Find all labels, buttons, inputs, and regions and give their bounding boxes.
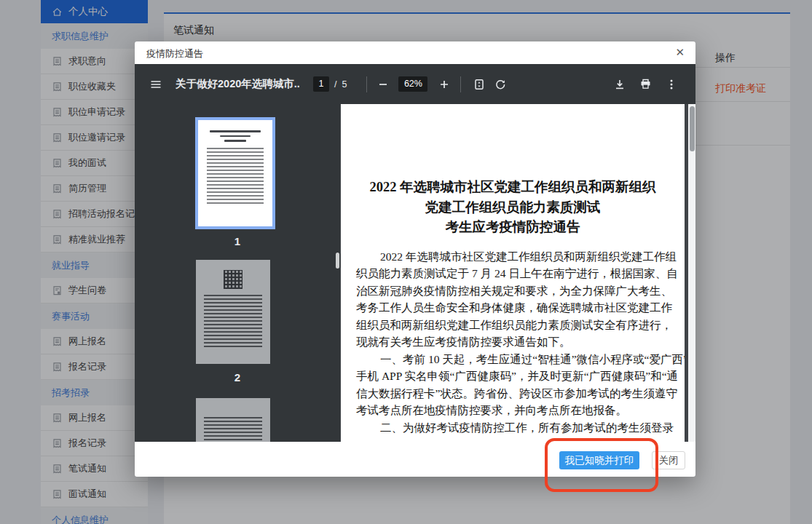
zoom-out-icon[interactable] [378,79,388,90]
more-options-icon[interactable] [666,79,677,90]
modal-header: 疫情防控通告 ✕ [135,41,695,64]
qr-code [224,270,243,289]
pdf-page-viewport: 2022 年选聘城市社区党建工作组织员和两新组织 党建工作组织员能力素质测试 考… [340,104,695,442]
page-total: 5 [342,79,347,90]
acknowledge-print-button[interactable]: 我已知晓并打印 [559,451,639,469]
document-text-line: 考务工作人员生命安全和身体健康，确保选聘城市社区党建工作 [356,299,669,317]
thumbnail-panel: 1 2 [135,104,340,442]
thumbnail-page-number: 2 [135,371,340,384]
pdf-page: 2022 年选聘城市社区党建工作组织员和两新组织 党建工作组织员能力素质测试 考… [341,104,685,442]
pdf-thumbnail-page-2[interactable] [196,260,270,364]
rotate-icon[interactable] [494,79,506,90]
document-text-line: 治区新冠肺炎疫情防控相关规定和要求，为全力保障广大考生、 [356,282,669,300]
modal-footer: 我已知晓并打印 关闭 [135,442,695,477]
pdf-scrollbar[interactable] [688,104,695,442]
pdf-thumbnail-page-1[interactable] [195,117,275,229]
document-text-line: 现就有关考生应考疫情防控要求通告如下。 [356,333,669,351]
thumbnail-scrollbar[interactable] [336,253,339,269]
document-text-line: 手机 APP 实名申领“广西健康码”，并及时更新“广西健康码”和“通 [356,368,669,385]
page-root: 个人中心 求职信息维护 [0,0,812,524]
zoom-level: 62% [398,76,427,92]
document-title: 2022 年选聘城市社区党建工作组织员和两新组织 党建工作组织员能力素质测试 考… [356,178,669,238]
menu-icon[interactable] [149,78,162,91]
page-separator: / [334,79,336,90]
pdf-thumbnail-page-3[interactable] [196,398,270,442]
document-text-line: 二、为做好考试疫情防控工作，所有参加考试的考生须登录 [356,419,669,437]
fit-page-icon[interactable] [473,79,485,90]
pdf-scrollbar-thumb[interactable] [690,106,695,151]
document-body: 2022 年选聘城市社区党建工作组织员和两新组织党建工作组 织员能力素质测试定于… [356,248,669,437]
page-number-input[interactable]: 1 [313,76,329,92]
document-text-line: 组织员和两新组织党建工作组织员能力素质测试安全有序进行， [356,317,669,334]
download-icon[interactable] [614,79,626,90]
pdf-doc-title: 关于做好2020年选聘城市... [176,77,299,91]
zoom-in-icon[interactable] [439,79,449,90]
close-icon[interactable]: ✕ [675,45,685,60]
thumbnail-page-number: 1 [135,235,340,247]
document-text-line: 信大数据行程卡”状态。跨省份、跨设区市参加考试的考生须遵守 [356,385,669,402]
document-text-line: 2022 年选聘城市社区党建工作组织员和两新组织党建工作组 [356,248,669,266]
document-text-line: 考试考点所在地疫情防控要求，并向考点所在地报备。 [356,402,669,419]
toolbar-divider [460,76,461,92]
modal-title: 疫情防控通告 [146,47,203,60]
pdf-toolbar: 关于做好2020年选聘城市... 1 / 5 62% [135,64,695,104]
print-icon[interactable] [639,78,652,90]
document-text-line: 织员能力素质测试定于 7 月 24 日上午在南宁进行，根据国家、自 [356,265,669,282]
toolbar-divider [366,76,367,92]
notice-modal: 疫情防控通告 ✕ 关于做好2020年选聘城市... 1 / 5 62% [135,41,695,477]
close-button[interactable]: 关闭 [652,451,685,469]
document-text-line: 一、考前 10 天起，考生应通过“智桂通”微信小程序或“爱广西” [356,351,669,368]
pdf-viewer-body: 1 2 2022 年选聘城市社区党建工作组织员和两新组织 党建工作组织员能力 [135,104,695,442]
